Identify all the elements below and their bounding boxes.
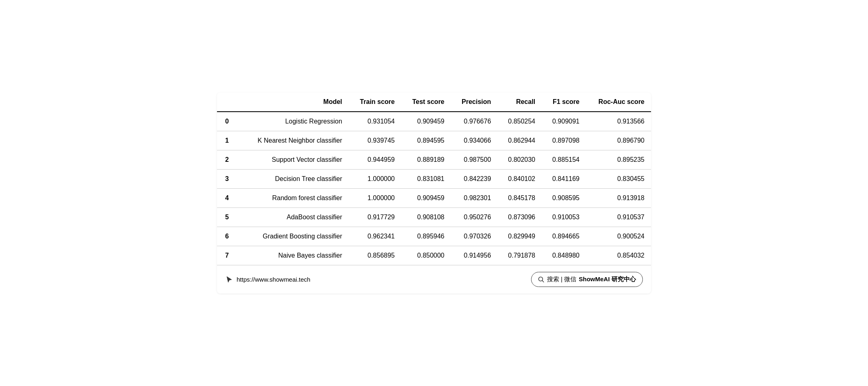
cell-precision: 0.934066	[451, 131, 498, 150]
cell-roc-auc-score: 0.830455	[586, 170, 651, 189]
col-header-model: Model	[241, 93, 349, 112]
cell-f1-score: 0.841169	[542, 170, 586, 189]
table-row: 0Logistic Regression0.9310540.9094590.97…	[217, 112, 651, 131]
cell-roc-auc-score: 0.854032	[586, 246, 651, 265]
cell-roc-auc-score: 0.900524	[586, 227, 651, 246]
cell-model: Naive Bayes classifier	[241, 246, 349, 265]
cell-precision: 0.976676	[451, 112, 498, 131]
cell-test-score: 0.895946	[401, 227, 451, 246]
cell-precision: 0.982301	[451, 189, 498, 208]
cell-train-score: 0.931054	[349, 112, 401, 131]
cell-roc-auc-score: 0.910537	[586, 208, 651, 227]
cell-precision: 0.914956	[451, 246, 498, 265]
cell-roc-auc-score: 0.895235	[586, 150, 651, 170]
search-badge[interactable]: 搜索 | 微信 ShowMeAI 研究中心	[531, 272, 643, 287]
cell-model: Decision Tree classifier	[241, 170, 349, 189]
cell-f1-score: 0.910053	[542, 208, 586, 227]
cell-precision: 0.987500	[451, 150, 498, 170]
cell-f1-score: 0.908595	[542, 189, 586, 208]
cell-test-score: 0.908108	[401, 208, 451, 227]
table-row: 6Gradient Boosting classifier0.9623410.8…	[217, 227, 651, 246]
cell-recall: 0.829949	[498, 227, 542, 246]
main-container: Model Train score Test score Precision R…	[217, 93, 651, 293]
cell-model: Gradient Boosting classifier	[241, 227, 349, 246]
cell-model: Support Vector classifier	[241, 150, 349, 170]
cell-recall: 0.802030	[498, 150, 542, 170]
brand-name: ShowMeAI 研究中心	[579, 276, 636, 283]
cell-index: 1	[217, 131, 241, 150]
cell-f1-score: 0.894665	[542, 227, 586, 246]
cell-roc-auc-score: 0.913566	[586, 112, 651, 131]
cell-roc-auc-score: 0.896790	[586, 131, 651, 150]
cell-precision: 0.842239	[451, 170, 498, 189]
col-header-test-score: Test score	[401, 93, 451, 112]
cell-recall: 0.791878	[498, 246, 542, 265]
cell-recall: 0.845178	[498, 189, 542, 208]
col-header-precision: Precision	[451, 93, 498, 112]
footer: https://www.showmeai.tech 搜索 | 微信 ShowMe…	[217, 265, 651, 293]
cell-f1-score: 0.848980	[542, 246, 586, 265]
cell-test-score: 0.909459	[401, 112, 451, 131]
col-header-roc-auc-score: Roc-Auc score	[586, 93, 651, 112]
cell-precision: 0.970326	[451, 227, 498, 246]
cell-recall: 0.840102	[498, 170, 542, 189]
cell-recall: 0.873096	[498, 208, 542, 227]
cell-f1-score: 0.897098	[542, 131, 586, 150]
svg-line-1	[542, 280, 544, 282]
table-row: 5AdaBoost classifier0.9177290.9081080.95…	[217, 208, 651, 227]
col-header-index	[217, 93, 241, 112]
cell-index: 0	[217, 112, 241, 131]
cell-test-score: 0.894595	[401, 131, 451, 150]
cell-model: Random forest classifier	[241, 189, 349, 208]
footer-url: https://www.showmeai.tech	[237, 276, 310, 283]
cell-train-score: 0.939745	[349, 131, 401, 150]
cell-train-score: 0.944959	[349, 150, 401, 170]
cell-index: 2	[217, 150, 241, 170]
cell-train-score: 0.962341	[349, 227, 401, 246]
footer-link[interactable]: https://www.showmeai.tech	[225, 276, 310, 284]
cell-index: 4	[217, 189, 241, 208]
table-row: 2Support Vector classifier0.9449590.8891…	[217, 150, 651, 170]
table-row: 4Random forest classifier1.0000000.90945…	[217, 189, 651, 208]
cell-test-score: 0.850000	[401, 246, 451, 265]
table-row: 7Naive Bayes classifier0.8568950.8500000…	[217, 246, 651, 265]
col-header-recall: Recall	[498, 93, 542, 112]
cell-recall: 0.850254	[498, 112, 542, 131]
cell-precision: 0.950276	[451, 208, 498, 227]
cell-index: 7	[217, 246, 241, 265]
table-row: 3Decision Tree classifier1.0000000.83108…	[217, 170, 651, 189]
col-header-f1-score: F1 score	[542, 93, 586, 112]
search-icon	[538, 276, 545, 283]
cell-train-score: 1.000000	[349, 170, 401, 189]
cell-test-score: 0.831081	[401, 170, 451, 189]
table-header-row: Model Train score Test score Precision R…	[217, 93, 651, 112]
cell-recall: 0.862944	[498, 131, 542, 150]
table-row: 1K Nearest Neighbor classifier0.9397450.…	[217, 131, 651, 150]
cell-train-score: 0.856895	[349, 246, 401, 265]
cell-roc-auc-score: 0.913918	[586, 189, 651, 208]
cell-train-score: 1.000000	[349, 189, 401, 208]
cell-test-score: 0.909459	[401, 189, 451, 208]
col-header-train-score: Train score	[349, 93, 401, 112]
cell-train-score: 0.917729	[349, 208, 401, 227]
cell-index: 6	[217, 227, 241, 246]
cell-f1-score: 0.909091	[542, 112, 586, 131]
cell-model: AdaBoost classifier	[241, 208, 349, 227]
cell-model: K Nearest Neighbor classifier	[241, 131, 349, 150]
search-label: 搜索 | 微信	[547, 276, 576, 283]
cell-f1-score: 0.885154	[542, 150, 586, 170]
cell-index: 5	[217, 208, 241, 227]
cell-test-score: 0.889189	[401, 150, 451, 170]
model-comparison-table: Model Train score Test score Precision R…	[217, 93, 651, 265]
cursor-icon	[225, 276, 233, 284]
cell-model: Logistic Regression	[241, 112, 349, 131]
cell-index: 3	[217, 170, 241, 189]
